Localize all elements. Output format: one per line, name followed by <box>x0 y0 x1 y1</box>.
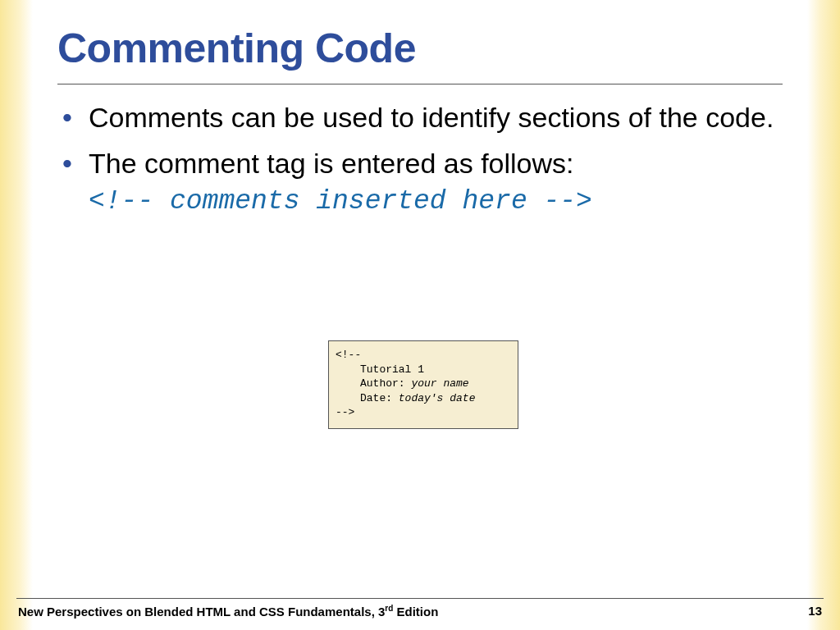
title-divider <box>57 84 783 84</box>
bullet-item: The comment tag is entered as follows: <… <box>57 145 783 220</box>
book-title: New Perspectives on Blended HTML and CSS… <box>18 604 438 619</box>
book-suffix: Edition <box>393 605 438 619</box>
left-gradient <box>0 0 33 630</box>
example-line: Tutorial 1 <box>336 363 511 377</box>
example-open-tag: <!-- <box>336 348 511 363</box>
page-number: 13 <box>808 604 822 619</box>
example-value: your name <box>411 377 468 390</box>
comment-syntax-code: <!-- comments inserted here --> <box>89 185 783 220</box>
bullet-text: Comments can be used to identify section… <box>89 102 774 133</box>
example-label: Author: <box>360 377 411 390</box>
code-example-box: <!-- Tutorial 1 Author: your name Date: … <box>328 340 518 429</box>
example-value: today's date <box>399 392 476 404</box>
example-line: Date: today's date <box>336 391 511 406</box>
bullet-list: Comments can be used to identify section… <box>57 99 783 220</box>
example-label: Date: <box>360 392 399 404</box>
slide-content: Commenting Code Comments can be used to … <box>57 25 783 230</box>
example-line: Author: your name <box>336 377 511 391</box>
bullet-text: The comment tag is entered as follows: <box>89 148 574 179</box>
book-prefix: New Perspectives on Blended HTML and CSS… <box>18 605 385 619</box>
footer-row: New Perspectives on Blended HTML and CSS… <box>16 604 824 619</box>
slide-title: Commenting Code <box>57 25 783 72</box>
book-ordinal: rd <box>385 604 393 613</box>
right-gradient <box>807 0 840 630</box>
slide-footer: New Perspectives on Blended HTML and CSS… <box>0 598 840 619</box>
bullet-item: Comments can be used to identify section… <box>57 99 783 135</box>
footer-divider <box>16 598 824 599</box>
example-close-tag: --> <box>336 405 511 420</box>
